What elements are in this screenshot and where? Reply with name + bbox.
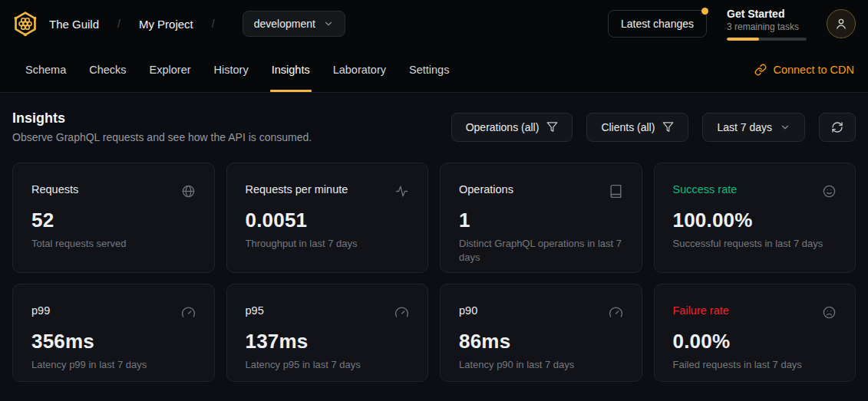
refresh-button[interactable] bbox=[819, 113, 856, 142]
stats-cards-grid: Requests 52 Total requests served Reques… bbox=[12, 163, 856, 382]
insights-page: Insights Observe GraphQL requests and se… bbox=[0, 93, 868, 382]
connect-to-cdn-label: Connect to CDN bbox=[773, 64, 854, 76]
stat-card-requests-per-minute: Requests per minute 0.0051 Throughput in… bbox=[226, 163, 429, 273]
tab-settings[interactable]: Settings bbox=[398, 48, 460, 92]
get-started-title: Get Started bbox=[727, 8, 807, 20]
card-value: 100.00% bbox=[673, 209, 837, 232]
gauge-icon bbox=[181, 305, 196, 320]
card-value: 0.0051 bbox=[246, 209, 410, 232]
card-description: Distinct GraphQL operations in last 7 da… bbox=[459, 237, 623, 264]
clients-filter-button[interactable]: Clients (all) bbox=[586, 113, 688, 142]
target-dropdown[interactable]: development bbox=[243, 11, 345, 37]
tab-laboratory[interactable]: Laboratory bbox=[322, 48, 398, 92]
filter-icon bbox=[662, 121, 674, 133]
card-description: Latency p90 in last 7 days bbox=[459, 358, 623, 372]
tab-schema[interactable]: Schema bbox=[14, 48, 78, 92]
card-description: Successful requests in last 7 days bbox=[673, 237, 837, 251]
operations-filter-button[interactable]: Operations (all) bbox=[451, 113, 573, 142]
breadcrumb-separator: / bbox=[117, 18, 120, 30]
card-description: Failed requests in last 7 days bbox=[673, 358, 837, 372]
page-title: Insights bbox=[12, 110, 312, 127]
chevron-down-icon bbox=[780, 122, 790, 133]
target-dropdown-value: development bbox=[254, 18, 315, 30]
card-value: 356ms bbox=[31, 330, 196, 353]
smile-icon bbox=[822, 184, 837, 199]
get-started-widget[interactable]: Get Started 3 remaining tasks bbox=[727, 8, 807, 41]
breadcrumb-org[interactable]: The Guild bbox=[49, 18, 99, 31]
nav-tabs: Schema Checks Explorer History Insights … bbox=[14, 48, 460, 92]
stat-card-p90: p90 86ms Latency p90 in last 7 days bbox=[440, 284, 642, 382]
activity-icon bbox=[394, 184, 409, 199]
link-icon bbox=[754, 64, 767, 76]
date-range-label: Last 7 days bbox=[717, 121, 772, 133]
card-value: 52 bbox=[31, 209, 196, 232]
card-title: p99 bbox=[31, 304, 50, 317]
project-nav: Schema Checks Explorer History Insights … bbox=[0, 48, 868, 93]
operations-filter-label: Operations (all) bbox=[466, 121, 540, 133]
tab-insights[interactable]: Insights bbox=[260, 48, 322, 92]
card-title: Requests per minute bbox=[246, 183, 348, 196]
refresh-icon bbox=[831, 121, 843, 133]
card-title: Failure rate bbox=[673, 304, 729, 317]
card-description: Latency p95 in last 7 days bbox=[246, 358, 410, 372]
card-description: Latency p99 in last 7 days bbox=[31, 358, 196, 372]
breadcrumb-project[interactable]: My Project bbox=[139, 18, 193, 31]
gauge-icon bbox=[394, 305, 409, 320]
clients-filter-label: Clients (all) bbox=[601, 121, 655, 133]
card-title: p90 bbox=[459, 304, 477, 317]
card-value: 86ms bbox=[459, 330, 623, 353]
stat-card-success-rate: Success rate 100.00% Successful requests… bbox=[654, 163, 856, 273]
card-title: Operations bbox=[459, 183, 513, 196]
card-title: Requests bbox=[31, 183, 78, 196]
globe-icon bbox=[181, 184, 196, 199]
breadcrumb: The Guild / My Project / development bbox=[12, 11, 345, 37]
card-description: Total requests served bbox=[31, 237, 196, 251]
notification-dot bbox=[701, 8, 708, 15]
book-icon bbox=[609, 184, 623, 199]
card-value: 1 bbox=[459, 209, 623, 232]
stat-card-failure-rate: Failure rate 0.00% Failed requests in la… bbox=[654, 284, 856, 382]
page-heading: Insights Observe GraphQL requests and se… bbox=[12, 110, 312, 143]
page-subtitle: Observe GraphQL requests and see how the… bbox=[12, 131, 312, 143]
get-started-subtitle: 3 remaining tasks bbox=[727, 21, 807, 32]
get-started-progress-fill bbox=[727, 38, 759, 41]
filters-toolbar: Operations (all) Clients (all) Last 7 da… bbox=[451, 113, 856, 142]
tab-explorer[interactable]: Explorer bbox=[138, 48, 203, 92]
stat-card-p99: p99 356ms Latency p99 in last 7 days bbox=[12, 284, 215, 382]
breadcrumb-separator: / bbox=[212, 18, 215, 30]
date-range-dropdown[interactable]: Last 7 days bbox=[702, 113, 805, 142]
get-started-progress-track bbox=[727, 38, 807, 41]
stat-card-operations: Operations 1 Distinct GraphQL operations… bbox=[440, 163, 642, 273]
top-header: The Guild / My Project / development Lat… bbox=[0, 0, 868, 48]
stat-card-p95: p95 137ms Latency p95 in last 7 days bbox=[226, 284, 429, 382]
card-title: Success rate bbox=[673, 183, 738, 196]
tab-checks[interactable]: Checks bbox=[78, 48, 137, 92]
latest-changes-label: Latest changes bbox=[621, 18, 694, 30]
stat-card-requests: Requests 52 Total requests served bbox=[12, 163, 215, 273]
card-value: 137ms bbox=[246, 330, 410, 353]
latest-changes-button[interactable]: Latest changes bbox=[608, 10, 707, 38]
tab-history[interactable]: History bbox=[203, 48, 260, 92]
connect-to-cdn-link[interactable]: Connect to CDN bbox=[754, 48, 854, 92]
filter-icon bbox=[546, 121, 558, 133]
card-title: p95 bbox=[246, 304, 264, 317]
gauge-icon bbox=[609, 305, 623, 320]
card-description: Throughput in last 7 days bbox=[246, 237, 410, 251]
card-value: 0.00% bbox=[673, 330, 837, 353]
frown-icon bbox=[822, 305, 837, 320]
chevron-down-icon bbox=[323, 18, 334, 29]
user-icon bbox=[834, 17, 848, 31]
hive-logo-icon[interactable] bbox=[12, 11, 38, 37]
user-avatar[interactable] bbox=[827, 9, 856, 38]
